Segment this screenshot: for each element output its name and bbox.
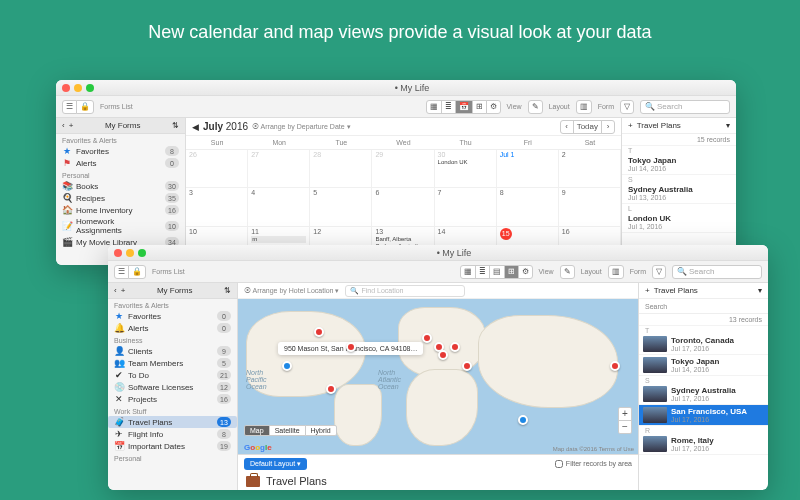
record-item[interactable]: Rome, ItalyJul 17, 2016: [639, 434, 768, 455]
sidebar-item-important-dates[interactable]: 📅Important Dates19: [108, 440, 237, 452]
layout-button[interactable]: ✎: [560, 265, 575, 279]
day-cell[interactable]: 7: [435, 188, 497, 225]
form-label: Form: [598, 103, 614, 110]
close-icon[interactable]: [114, 249, 122, 257]
day-cell[interactable]: 9: [559, 188, 621, 225]
sidebar-toggle-button[interactable]: ☰: [62, 100, 77, 114]
sidebar-toggle-button[interactable]: ☰: [114, 265, 129, 279]
minimize-icon[interactable]: [126, 249, 134, 257]
footer-bar: Default Layout ▾ Filter records by area: [238, 454, 638, 472]
record-item[interactable]: London UKJul 1, 2016: [622, 212, 736, 233]
sidebar-item-flight-info[interactable]: ✈Flight Info8: [108, 428, 237, 440]
sidebar-item-licenses[interactable]: 💿Software Licenses12: [108, 381, 237, 393]
sidebar-item-clients[interactable]: 👤Clients9: [108, 345, 237, 357]
record-item[interactable]: Sydney AustraliaJul 17, 2016: [639, 384, 768, 405]
suitcase-icon: [246, 476, 260, 487]
panel-title: Travel Plans: [637, 121, 722, 130]
layout-dropdown[interactable]: Default Layout ▾: [244, 458, 307, 470]
day-cell[interactable]: 8: [497, 188, 559, 225]
toolbar: ☰ 🔒 Forms List ▦≣📅⊞⚙ View ✎ Layout ▥ For…: [56, 96, 736, 118]
sidebar-item-alerts[interactable]: ⚑Alerts0: [56, 157, 185, 169]
window-title: • My Life: [94, 83, 730, 93]
minimize-icon[interactable]: [74, 84, 82, 92]
sidebar-title: My Forms: [77, 121, 168, 130]
panel-title: Travel Plans: [654, 286, 754, 295]
map-pin[interactable]: [518, 415, 528, 425]
sidebar-item-projects[interactable]: ✕Projects16: [108, 393, 237, 405]
record-item[interactable]: Toronto, CanadaJul 17, 2016: [639, 334, 768, 355]
record-count: 15 records: [622, 134, 736, 146]
sidebar-item-todo[interactable]: ✔To Do21: [108, 369, 237, 381]
records-panel: +Travel Plans▾ Search 13 records T Toron…: [638, 283, 768, 490]
day-cell[interactable]: 28: [310, 150, 372, 187]
day-cell[interactable]: 2: [559, 150, 621, 187]
sidebar-item-recipes[interactable]: 🍳Recipes35: [56, 192, 185, 204]
lock-button[interactable]: 🔒: [128, 265, 146, 279]
day-cell[interactable]: 27: [248, 150, 310, 187]
day-cell[interactable]: 26: [186, 150, 248, 187]
weekday-header: SunMonTueWedThuFriSat: [186, 136, 621, 150]
titlebar: • My Life: [108, 245, 768, 261]
sidebar-item-team[interactable]: 👥Team Members5: [108, 357, 237, 369]
sidebar-item-travel-plans[interactable]: 🧳Travel Plans13: [108, 416, 237, 428]
map-pin[interactable]: [462, 361, 472, 371]
layout-button[interactable]: ✎: [528, 100, 543, 114]
record-item[interactable]: Tokyo JapanJul 14, 2016: [622, 154, 736, 175]
view-switcher[interactable]: ▦≣📅⊞⚙: [426, 100, 501, 114]
day-cell[interactable]: 30London UK: [435, 150, 497, 187]
calendar-nav[interactable]: ‹Today›: [560, 120, 615, 134]
form-button[interactable]: ▥: [608, 265, 624, 279]
toolbar: ☰🔒 Forms List ▦≣▤⊞⚙ View ✎Layout ▥Form ▽…: [108, 261, 768, 283]
sidebar-category: Favorites & Alerts: [56, 134, 185, 145]
window-title: • My Life: [146, 248, 762, 258]
form-button[interactable]: ▥: [576, 100, 592, 114]
sidebar-item-alerts[interactable]: 🔔Alerts0: [108, 322, 237, 334]
sidebar: ‹+My Forms⇅ Favorites & Alerts ★Favorite…: [108, 283, 238, 490]
sidebar-title: My Forms: [129, 286, 220, 295]
view-label: View: [507, 103, 522, 110]
record-item[interactable]: Sydney AustraliaJul 13, 2016: [622, 183, 736, 204]
lock-button[interactable]: 🔒: [76, 100, 94, 114]
day-cell[interactable]: Jul 1: [497, 150, 559, 187]
zoom-controls[interactable]: +−: [618, 407, 632, 434]
filter-button[interactable]: ▽: [620, 100, 634, 114]
layout-label: Layout: [549, 103, 570, 110]
calendar-month: July 2016: [203, 121, 248, 132]
sidebar-item-home-inventory[interactable]: 🏠Home Inventory16: [56, 204, 185, 216]
map-pin[interactable]: [326, 384, 336, 394]
day-cell[interactable]: 4: [248, 188, 310, 225]
view-switcher[interactable]: ▦≣▤⊞⚙: [460, 265, 533, 279]
records-panel: +Travel Plans▾ 15 records T Tokyo JapanJ…: [621, 118, 736, 265]
day-cell[interactable]: 6: [372, 188, 434, 225]
search-label: Search: [645, 303, 667, 310]
map-view[interactable]: North Pacific Ocean North Atlantic Ocean…: [238, 299, 638, 454]
record-item[interactable]: Tokyo JapanJul 14, 2016: [639, 355, 768, 376]
sidebar-item-favorites[interactable]: ★Favorites0: [108, 310, 237, 322]
zoom-icon[interactable]: [138, 249, 146, 257]
zoom-icon[interactable]: [86, 84, 94, 92]
calendar-window: • My Life ☰ 🔒 Forms List ▦≣📅⊞⚙ View ✎ La…: [56, 80, 736, 265]
search-input[interactable]: 🔍 Search: [672, 265, 762, 279]
sidebar-category: Personal: [56, 169, 185, 180]
arrange-label[interactable]: Arrange by Departure Date: [261, 123, 345, 130]
record-item-selected[interactable]: San Francisco, USAJul 17, 2016: [639, 405, 768, 426]
search-input[interactable]: 🔍 Search: [640, 100, 730, 114]
sidebar-item-homework[interactable]: 📝Homework Assignments10: [56, 216, 185, 236]
map-pin[interactable]: [610, 361, 620, 371]
arrange-label[interactable]: Arrange by Hotel Location: [253, 287, 334, 294]
filter-button[interactable]: ▽: [652, 265, 666, 279]
sidebar-item-books[interactable]: 📚Books30: [56, 180, 185, 192]
day-cell[interactable]: 29: [372, 150, 434, 187]
titlebar: • My Life: [56, 80, 736, 96]
sidebar: ‹+My Forms⇅ Favorites & Alerts ★Favorite…: [56, 118, 186, 265]
day-cell[interactable]: 5: [310, 188, 372, 225]
find-location-input[interactable]: 🔍 Find Location: [345, 285, 465, 297]
filter-by-area-checkbox[interactable]: Filter records by area: [555, 460, 632, 468]
map-pin[interactable]: [314, 327, 324, 337]
map-type-tabs[interactable]: MapSatelliteHybrid: [244, 425, 337, 436]
sidebar-item-favorites[interactable]: ★Favorites8: [56, 145, 185, 157]
day-cell[interactable]: 3: [186, 188, 248, 225]
record-count: 13 records: [639, 314, 768, 326]
close-icon[interactable]: [62, 84, 70, 92]
map-pin[interactable]: [282, 361, 292, 371]
